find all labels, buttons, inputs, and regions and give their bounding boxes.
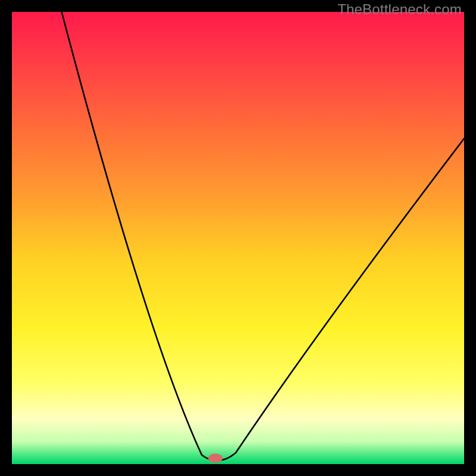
optimal-point-marker bbox=[208, 454, 223, 463]
chart-frame bbox=[12, 12, 464, 464]
bottleneck-chart bbox=[12, 12, 464, 464]
watermark-text: TheBottleneck.com bbox=[337, 1, 462, 18]
